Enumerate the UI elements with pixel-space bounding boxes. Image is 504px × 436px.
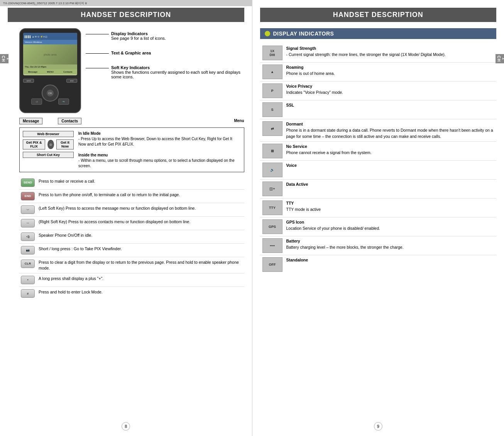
indicator-icon: S bbox=[262, 102, 282, 117]
indicator-row: ▲ Roaming Phone is out of home area. bbox=[260, 63, 497, 81]
indicator-desc: Indicates "Voice Privacy" mode. bbox=[286, 90, 343, 95]
right-page: CH1 HANDSET DESCRIPTION DISPLAY INDICATO… bbox=[252, 0, 504, 436]
indicator-icon: ◫+ bbox=[262, 182, 282, 196]
key-icon: END bbox=[21, 192, 35, 200]
key-row: # Press and hold to enter Lock Mode. bbox=[19, 287, 244, 300]
indicator-row: ◫+ Data Active bbox=[260, 180, 497, 198]
web-browser-btn: Web Browser bbox=[23, 131, 74, 137]
indicator-title: GPS Icon bbox=[286, 220, 304, 224]
indicator-icon: 1X DIII bbox=[262, 46, 282, 60]
indicator-desc: Phone cannot receive a signal from the s… bbox=[286, 150, 372, 155]
key-description: Press to clear a digit from the display … bbox=[39, 260, 243, 271]
indicator-title: Roaming bbox=[286, 65, 304, 70]
indicator-row: GPS GPS Icon Location Service of your ph… bbox=[260, 217, 497, 236]
indicator-icon: GPS bbox=[262, 219, 282, 234]
inside-menu-title: Inside the menu bbox=[78, 153, 108, 157]
indicator-text: Battery Battery charging level – the mor… bbox=[286, 238, 404, 251]
left-section-header: HANDSET DESCRIPTION bbox=[8, 8, 244, 22]
indicator-icon: P bbox=[262, 83, 282, 98]
display-indicators-title: DISPLAY INDICATORS bbox=[273, 31, 334, 37]
right-page-number: 9 bbox=[374, 422, 382, 431]
key-description: A long press shall display a plus "+". bbox=[39, 276, 103, 282]
indicator-text: Dormant Phone is in a dormant state duri… bbox=[286, 121, 494, 139]
key-row: CLR Press to clear a digit from the disp… bbox=[19, 257, 244, 273]
indicator-text: Standalone bbox=[286, 257, 308, 263]
key-icon: ··· bbox=[21, 219, 35, 227]
idle-mode-box: Web Browser Get PIX & FLIX ◎ Get It Now … bbox=[19, 127, 244, 172]
left-page-number: 8 bbox=[122, 422, 130, 431]
key-icon: # bbox=[21, 289, 35, 298]
indicator-text: Roaming Phone is out of home area. bbox=[286, 64, 335, 77]
indicator-icon: ⇄ bbox=[262, 121, 282, 136]
indicator-desc: Phone is out of home area. bbox=[286, 71, 335, 76]
indicator-desc: Battery charging level – the more blocks… bbox=[286, 245, 404, 249]
callout-labels: Display Indicators See page 9 for a list… bbox=[86, 28, 244, 113]
key-icon: CLR bbox=[21, 260, 35, 268]
indicator-title: Standalone bbox=[286, 258, 308, 262]
pix-row: Get PIX & FLIX ◎ Get It Now bbox=[23, 139, 74, 149]
idle-buttons: Web Browser Get PIX & FLIX ◎ Get It Now … bbox=[23, 131, 74, 169]
indicator-title: Voice bbox=[286, 163, 297, 168]
indicator-icon: ▲ bbox=[262, 64, 282, 79]
indicator-icon: ▪▪▪▪ bbox=[262, 238, 282, 253]
ch-tab-left: CH1 bbox=[0, 54, 8, 63]
indicator-row: TTY TTY TTY mode is active bbox=[260, 198, 497, 217]
top-bar: TX-230VW(CDM-8945)_050712 2005.7.13 2:10… bbox=[0, 0, 252, 6]
indicator-title: Signal Strength bbox=[286, 46, 316, 51]
get-it-now-btn: Get It Now bbox=[56, 139, 74, 149]
indicator-row: OFF Standalone bbox=[260, 255, 497, 274]
display-indicators-header: DISPLAY INDICATORS bbox=[260, 28, 497, 39]
callout-sk-desc: Shows the functions currently assigned t… bbox=[111, 70, 240, 79]
indicator-row: 1X DIII Signal Strength - Current signal… bbox=[260, 44, 497, 63]
key-row: ·-· (Left Soft Key) Press to access the … bbox=[19, 203, 244, 217]
indicator-row: ⇄ Dormant Phone is in a dormant state du… bbox=[260, 119, 497, 142]
key-description: (Right Soft Key) Press to access contact… bbox=[39, 219, 190, 225]
inside-menu-desc: - Within a menu, use to scroll through m… bbox=[78, 158, 235, 168]
callout-sk-title: Soft Key Indicators bbox=[111, 65, 150, 70]
indicator-text: TTY TTY mode is active bbox=[286, 200, 321, 213]
callout-di-desc: See page 9 for a list of icons. bbox=[111, 36, 166, 41]
key-row: SEND Press to make or receive a call. bbox=[19, 176, 244, 190]
key-description: (Left Soft Key) Press to access the mess… bbox=[39, 205, 196, 211]
phone-image: ▌▌▌▌ ▲ ✉ ⊙ ⚡ A ◫ Verizon Wireless photo … bbox=[19, 28, 81, 113]
key-row: ··· (Right Soft Key) Press to access con… bbox=[19, 217, 244, 230]
key-icon: SEND bbox=[21, 178, 35, 187]
indicator-title: SSL bbox=[286, 103, 294, 107]
screen-image-area: photo area bbox=[23, 44, 77, 64]
right-section-header: HANDSET DESCRIPTION bbox=[260, 8, 497, 22]
key-description: Short / long press : Go to Take PIX View… bbox=[39, 246, 122, 252]
ch-tab-right: CH1 bbox=[496, 54, 504, 63]
indicator-text: Voice Privacy Indicates "Voice Privacy" … bbox=[286, 83, 343, 96]
key-description: Press to make or receive a call. bbox=[39, 178, 95, 184]
indicator-desc: TTY mode is active bbox=[286, 207, 321, 212]
key-row: END Press to turn the phone on/off, to t… bbox=[19, 190, 244, 203]
indicator-title: Battery bbox=[286, 239, 300, 243]
idle-text: In Idle Mode - Press Up to access the We… bbox=[78, 131, 240, 169]
indicator-icon: TTY bbox=[262, 200, 282, 215]
key-row: * A long press shall display a plus "+". bbox=[19, 273, 244, 287]
menu-softkey: Menu bbox=[234, 119, 244, 123]
left-page: TX-230VW(CDM-8945)_050712 2005.7.13 2:10… bbox=[0, 0, 252, 436]
key-rows: SEND Press to make or receive a call. EN… bbox=[19, 176, 244, 300]
idle-mode-title: In Idle Mode bbox=[78, 131, 101, 136]
idle-mode-desc: - Press Up to access the Web Browser, Do… bbox=[78, 137, 232, 146]
key-description: Press and hold to enter Lock Mode. bbox=[39, 289, 103, 295]
callout-text-graphic: Text & Graphic area bbox=[86, 51, 244, 55]
callout-display-indicators: Display Indicators See page 9 for a list… bbox=[86, 31, 244, 41]
indicator-text: Signal Strength - Current signal strengt… bbox=[286, 46, 446, 58]
screen-softkey-bar: Message MENU Contacts bbox=[23, 69, 77, 75]
key-description: Speaker Phone On/Off in idle. bbox=[39, 232, 92, 238]
callout-soft-key: Soft Key Indicators Shows the functions … bbox=[86, 65, 244, 79]
message-softkey: Message bbox=[19, 118, 42, 124]
key-row: 📷 Short / long press : Go to Take PIX Vi… bbox=[19, 244, 244, 257]
nav-circle-icon: ◎ bbox=[47, 140, 54, 149]
indicator-text: No Service Phone cannot receive a signal… bbox=[286, 144, 372, 156]
indicator-text: SSL bbox=[286, 102, 294, 109]
indicator-text: Voice bbox=[286, 163, 297, 169]
indicator-row: 🔊 Voice bbox=[260, 161, 497, 180]
indicator-row: P Voice Privacy Indicates "Voice Privacy… bbox=[260, 81, 497, 100]
key-icon: ·-· bbox=[21, 205, 35, 214]
indicator-title: Voice Privacy bbox=[286, 84, 313, 88]
indicator-text: Data Active bbox=[286, 182, 308, 188]
indicator-row: S SSL bbox=[260, 100, 497, 119]
